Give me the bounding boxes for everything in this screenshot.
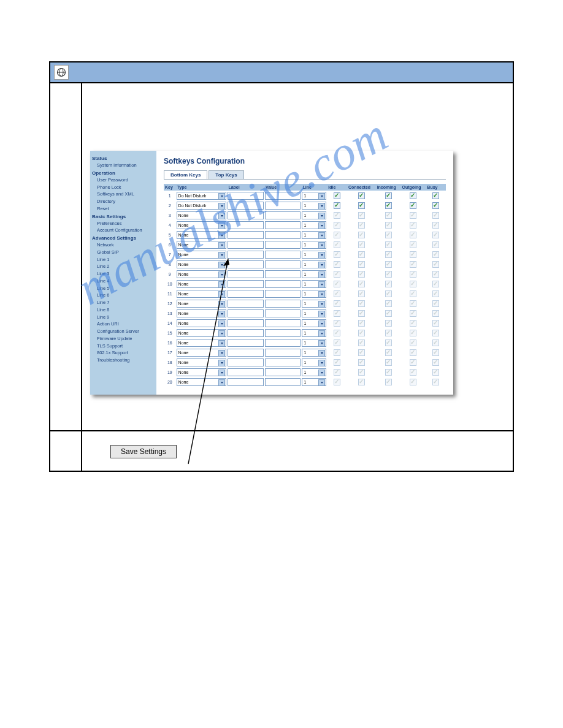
value-input[interactable] [265,309,301,317]
sidebar-item[interactable]: User Password [92,176,155,184]
type-select[interactable] [177,260,227,268]
type-select[interactable] [177,192,227,200]
label-input[interactable] [228,300,264,308]
label-input[interactable] [228,260,264,268]
value-input[interactable] [265,260,301,268]
type-select[interactable] [177,202,227,210]
line-select[interactable] [302,260,326,268]
value-input[interactable] [265,221,301,229]
line-select[interactable] [302,339,326,347]
label-input[interactable] [228,358,264,366]
value-input[interactable] [265,211,301,219]
sidebar-item[interactable]: Line 9 [92,314,155,321]
label-input[interactable] [228,349,264,357]
line-select[interactable] [302,251,326,259]
sidebar-item[interactable]: TLS Support [92,343,155,350]
type-select[interactable] [177,378,227,386]
type-select[interactable] [177,241,227,249]
value-input[interactable] [265,339,301,347]
type-select[interactable] [177,329,227,337]
value-input[interactable] [265,270,301,278]
sidebar-item[interactable]: Firmware Update [92,335,155,343]
sidebar-item[interactable]: Line 7 [92,299,155,306]
line-select[interactable] [302,319,326,327]
line-select[interactable] [302,349,326,357]
label-input[interactable] [228,270,264,278]
value-input[interactable] [265,280,301,288]
line-select[interactable] [302,300,326,308]
label-input[interactable] [228,319,264,327]
type-select[interactable] [177,309,227,317]
state-checkbox[interactable] [334,192,340,199]
label-input[interactable] [228,241,264,249]
sidebar-item[interactable]: Line 3 [92,270,155,278]
label-input[interactable] [228,221,264,229]
sidebar-item[interactable]: Configuration Server [92,328,155,335]
state-checkbox[interactable] [358,202,365,209]
type-select[interactable] [177,251,227,259]
sidebar-item[interactable]: Network [92,241,155,249]
sidebar-item[interactable]: Account Configuration [92,227,155,234]
line-select[interactable] [302,358,326,366]
type-select[interactable] [177,221,227,229]
type-select[interactable] [177,231,227,239]
type-select[interactable] [177,270,227,278]
value-input[interactable] [265,300,301,308]
value-input[interactable] [265,368,301,376]
sidebar-item[interactable]: Line 1 [92,256,155,264]
type-select[interactable] [177,211,227,219]
line-select[interactable] [302,192,326,200]
line-select[interactable] [302,368,326,376]
label-input[interactable] [228,368,264,376]
value-input[interactable] [265,378,301,386]
sidebar-item[interactable]: System Information [92,162,155,169]
line-select[interactable] [302,231,326,239]
value-input[interactable] [265,202,301,210]
sidebar-item[interactable]: Line 8 [92,306,155,314]
state-checkbox[interactable] [410,202,416,209]
tab-top-keys[interactable]: Top Keys [209,170,243,179]
value-input[interactable] [265,241,301,249]
sidebar-item[interactable]: Line 2 [92,263,155,270]
state-checkbox[interactable] [358,192,365,199]
value-input[interactable] [265,358,301,366]
label-input[interactable] [228,290,264,298]
type-select[interactable] [177,339,227,347]
label-input[interactable] [228,339,264,347]
line-select[interactable] [302,202,326,210]
type-select[interactable] [177,368,227,376]
value-input[interactable] [265,231,301,239]
sidebar-item[interactable]: Preferences [92,220,155,227]
line-select[interactable] [302,280,326,288]
value-input[interactable] [265,349,301,357]
line-select[interactable] [302,309,326,317]
state-checkbox[interactable] [410,192,416,199]
type-select[interactable] [177,358,227,366]
sidebar-item[interactable]: Reset [92,205,155,213]
state-checkbox[interactable] [432,192,439,199]
type-select[interactable] [177,319,227,327]
line-select[interactable] [302,221,326,229]
sidebar-item[interactable]: Softkeys and XML [92,191,155,198]
sidebar-item[interactable]: 802.1x Support [92,349,155,357]
state-checkbox[interactable] [334,202,340,209]
sidebar-item[interactable]: Action URI [92,320,155,328]
label-input[interactable] [228,202,264,210]
label-input[interactable] [228,378,264,386]
line-select[interactable] [302,329,326,337]
label-input[interactable] [228,192,264,200]
sidebar-item[interactable]: Phone Lock [92,184,155,191]
line-select[interactable] [302,211,326,219]
value-input[interactable] [265,192,301,200]
sidebar-item[interactable]: Line 4 [92,278,155,285]
type-select[interactable] [177,280,227,288]
label-input[interactable] [228,251,264,259]
line-select[interactable] [302,378,326,386]
line-select[interactable] [302,290,326,298]
type-select[interactable] [177,349,227,357]
sidebar-item[interactable]: Troubleshooting [92,357,155,364]
line-select[interactable] [302,270,326,278]
label-input[interactable] [228,211,264,219]
tab-bottom-keys[interactable]: Bottom Keys [164,170,207,179]
label-input[interactable] [228,280,264,288]
